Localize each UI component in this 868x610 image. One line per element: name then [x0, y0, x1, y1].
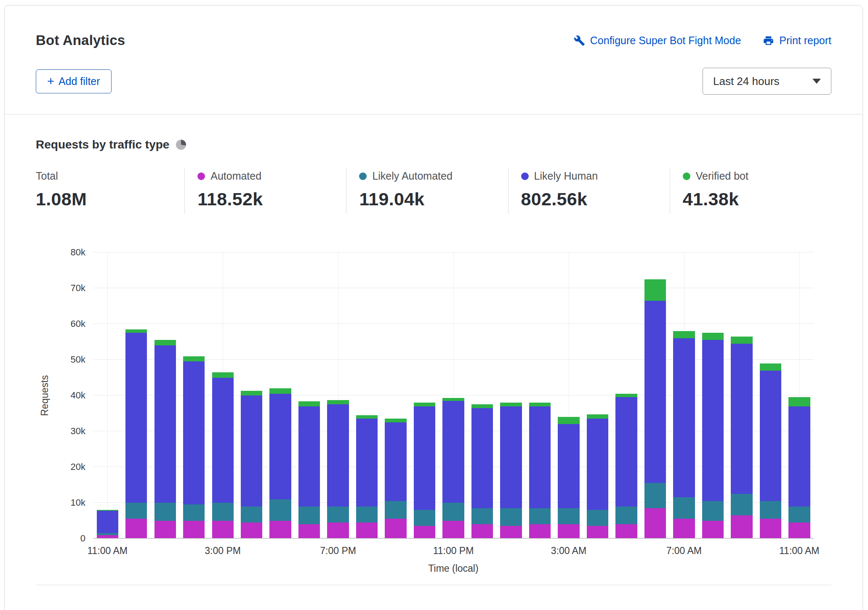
bar-segment: [442, 401, 464, 503]
bar[interactable]: [587, 252, 608, 538]
bar[interactable]: [212, 252, 234, 538]
stat-automated: Automated 118.52k: [184, 168, 346, 214]
stat-label: Verified bot: [696, 170, 748, 182]
bar[interactable]: [385, 252, 406, 538]
pie-chart-icon[interactable]: [176, 140, 186, 150]
bar[interactable]: [154, 252, 176, 538]
bar-slot: [554, 252, 583, 538]
bar-slot: [410, 252, 439, 538]
bar-segment: [356, 507, 378, 522]
bar-segment: [615, 524, 637, 538]
bar-segment: [471, 524, 493, 538]
stat-total: Total 1.08M: [36, 168, 184, 214]
add-filter-button[interactable]: + Add filter: [36, 69, 112, 93]
bar-segment: [327, 507, 349, 522]
bar[interactable]: [702, 252, 724, 538]
time-range-select[interactable]: Last 24 hours: [703, 68, 831, 95]
bar[interactable]: [356, 252, 378, 538]
bar-segment: [298, 524, 320, 538]
bar[interactable]: [97, 252, 118, 538]
bar[interactable]: [500, 252, 522, 538]
bar-segment: [212, 372, 234, 378]
wrench-icon: [574, 35, 585, 46]
bar-slot: [641, 252, 669, 538]
bar-segment: [241, 507, 262, 522]
bar[interactable]: [442, 252, 464, 538]
configure-super-bot-fight-mode-link[interactable]: Configure Super Bot Fight Mode: [574, 34, 741, 47]
bar-segment: [356, 419, 378, 506]
y-axis-labels: 010k20k30k40k50k60k70k80k: [53, 252, 93, 538]
stat-label: Total: [36, 170, 58, 182]
print-report-link[interactable]: Print report: [763, 34, 831, 47]
header: Bot Analytics Configure Super Bot Fight …: [5, 5, 863, 48]
stat-value: 118.52k: [197, 189, 346, 210]
requests-chart: Requests 010k20k30k40k50k60k70k80k 11:00…: [36, 252, 831, 579]
x-tick-label: 11:00 AM: [779, 545, 819, 557]
bar[interactable]: [788, 252, 810, 538]
bar[interactable]: [471, 252, 493, 538]
legend-dot-automated: [197, 172, 205, 180]
bar-segment: [97, 511, 118, 533]
bar-segment: [154, 521, 176, 539]
bar[interactable]: [298, 252, 320, 538]
configure-link-label: Configure Super Bot Fight Mode: [590, 34, 741, 47]
bar-segment: [154, 503, 176, 521]
bar-segment: [529, 524, 551, 538]
bar-segment: [414, 406, 435, 510]
bar-slot: [756, 252, 785, 538]
bar[interactable]: [414, 252, 435, 538]
header-links: Configure Super Bot Fight Mode Print rep…: [574, 34, 831, 47]
bar-segment: [731, 337, 752, 344]
bar-segment: [529, 406, 551, 508]
bar-segment: [500, 403, 522, 406]
page-title: Bot Analytics: [36, 32, 125, 48]
bar-segment: [558, 424, 579, 508]
x-tick-label: 7:00 PM: [320, 545, 356, 557]
bar[interactable]: [125, 252, 147, 538]
bar-segment: [125, 519, 147, 538]
bar-segment: [644, 508, 666, 538]
stat-value: 119.04k: [359, 189, 508, 210]
bar[interactable]: [731, 252, 752, 538]
bar[interactable]: [529, 252, 551, 538]
plus-icon: +: [47, 75, 54, 88]
bar-segment: [702, 501, 724, 521]
stat-label: Likely Human: [534, 170, 598, 182]
bar-segment: [269, 521, 291, 539]
bar-slot: [266, 252, 295, 538]
bar-slot: [670, 252, 698, 538]
bar[interactable]: [241, 252, 262, 538]
chart-plot: [93, 252, 814, 538]
bar-segment: [212, 503, 234, 521]
bar[interactable]: [673, 252, 695, 538]
bar-slot: [122, 252, 150, 538]
y-tick-label: 60k: [71, 318, 85, 329]
x-axis-labels: 11:00 AM3:00 PM7:00 PM11:00 PM3:00 AM7:0…: [93, 538, 814, 558]
bar-segment: [673, 331, 695, 338]
bar[interactable]: [615, 252, 637, 538]
bar-segment: [529, 508, 551, 524]
bar-segment: [615, 397, 637, 506]
bar[interactable]: [644, 252, 666, 538]
bar[interactable]: [269, 252, 291, 538]
bar[interactable]: [760, 252, 781, 538]
bar[interactable]: [327, 252, 349, 538]
bar[interactable]: [558, 252, 579, 538]
bar-segment: [788, 522, 810, 538]
legend-dot-likely-human: [521, 172, 529, 180]
toolbar: + Add filter Last 24 hours: [5, 48, 863, 95]
bar-segment: [183, 356, 205, 362]
bar-segment: [500, 508, 522, 526]
print-link-label: Print report: [779, 34, 831, 47]
bar-slot: [179, 252, 208, 538]
y-tick-label: 40k: [71, 390, 85, 401]
add-filter-label: Add filter: [59, 75, 100, 88]
section-title-row: Requests by traffic type: [36, 138, 831, 151]
bar-slot: [583, 252, 612, 538]
bar[interactable]: [183, 252, 205, 538]
chart-section: Requests by traffic type Total 1.08M Aut…: [5, 138, 863, 585]
bar-segment: [414, 403, 435, 406]
bar-slot: [237, 252, 266, 538]
bar-segment: [385, 501, 406, 519]
bar-segment: [414, 510, 435, 526]
